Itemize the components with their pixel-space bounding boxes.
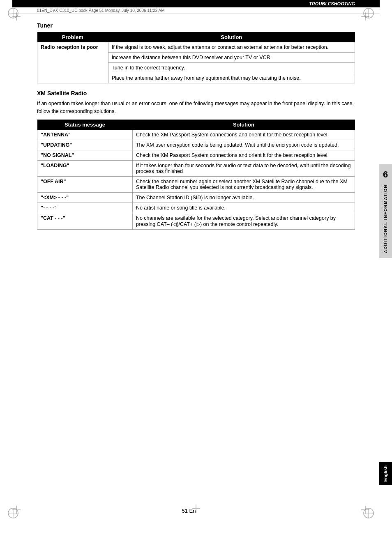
xm-row-0: "ANTENNA"Check the XM Passport System co… (37, 130, 355, 140)
xm-solution-7: No channels are available for the select… (132, 213, 355, 229)
xm-solution-5: The Channel Station ID (SID) is no longe… (132, 192, 355, 203)
xm-row-7: "CAT - - -"No channels are available for… (37, 213, 355, 229)
main-content: Tuner Problem Solution Radio reception i… (12, 14, 380, 240)
english-tab-text: English (383, 465, 388, 482)
xm-status-0: "ANTENNA" (37, 130, 133, 140)
xm-status-4: "OFF AIR" (37, 176, 133, 192)
tuner-solution-3: Tune in to the correct frequency. (108, 63, 355, 73)
tuner-section-heading: Tuner (37, 22, 355, 29)
xm-row-4: "OFF AIR"Check the channel number again … (37, 176, 355, 192)
tuner-solution-1: If the signal is too weak, adjust the an… (108, 42, 355, 53)
xm-table: Status message Solution "ANTENNA"Check t… (37, 120, 355, 230)
xm-col-status-header: Status message (37, 120, 133, 130)
side-tab-number: 6 (383, 169, 388, 180)
tuner-row-1: Radio reception is poor If the signal is… (37, 42, 355, 53)
xm-status-1: "UPDATING" (37, 140, 133, 150)
xm-row-3: "LOADING"If it takes longer than four se… (37, 160, 355, 176)
registration-line: 01EN_DVX-C310_UC.book Page 51 Monday, Ju… (12, 7, 380, 14)
xm-status-2: "NO SIGNAL" (37, 150, 133, 160)
xm-row-1: "UPDATING"The XM user encryption code is… (37, 140, 355, 150)
xm-col-solution-header: Solution (132, 120, 355, 130)
xm-status-5: "<XM> - - -" (37, 192, 133, 203)
crosshair-tr (361, 12, 369, 21)
xm-row-5: "<XM> - - -"The Channel Station ID (SID)… (37, 192, 355, 203)
xm-solution-2: Check the XM Passport System connections… (132, 150, 355, 160)
tuner-col-solution-header: Solution (108, 32, 355, 42)
xm-solution-4: Check the channel number again or select… (132, 176, 355, 192)
page-number: 51 En (12, 504, 365, 518)
xm-section-heading: XM Satellite Radio (37, 90, 355, 97)
tuner-table: Problem Solution Radio reception is poor… (37, 32, 355, 83)
tuner-problem-cell: Radio reception is poor (37, 42, 108, 83)
xm-row-2: "NO SIGNAL"Check the XM Passport System … (37, 150, 355, 160)
bottom-crosshair-center (192, 504, 200, 514)
xm-status-7: "CAT - - -" (37, 213, 133, 229)
tuner-solution-2: Increase the distance between this DVD r… (108, 53, 355, 63)
tuner-solution-4: Place the antenna farther away from any … (108, 73, 355, 83)
page-container: TROUBLESHOOTING 01EN_DVX-C310_UC.book Pa… (0, 0, 392, 555)
xm-solution-6: No artist name or song title is availabl… (132, 203, 355, 213)
xm-intro-text: If an operation takes longer than usual … (37, 100, 355, 115)
troubleshooting-label: TROUBLESHOOTING (309, 1, 355, 6)
crosshair-tl (12, 12, 21, 21)
header-bar: TROUBLESHOOTING (12, 0, 380, 7)
side-tab-text: ADDITIONAL INFORMATION (383, 184, 388, 253)
side-tab: 6 ADDITIONAL INFORMATION (379, 164, 392, 258)
xm-solution-3: If it takes longer than four seconds for… (132, 160, 355, 176)
xm-solution-1: The XM user encryption code is being upd… (132, 140, 355, 150)
xm-solution-0: Check the XM Passport System connections… (132, 130, 355, 140)
xm-status-6: "- - - -" (37, 203, 133, 213)
english-tab: English (379, 462, 392, 485)
tuner-col-problem-header: Problem (37, 32, 108, 42)
xm-status-3: "LOADING" (37, 160, 133, 176)
xm-row-6: "- - - -"No artist name or song title is… (37, 203, 355, 213)
